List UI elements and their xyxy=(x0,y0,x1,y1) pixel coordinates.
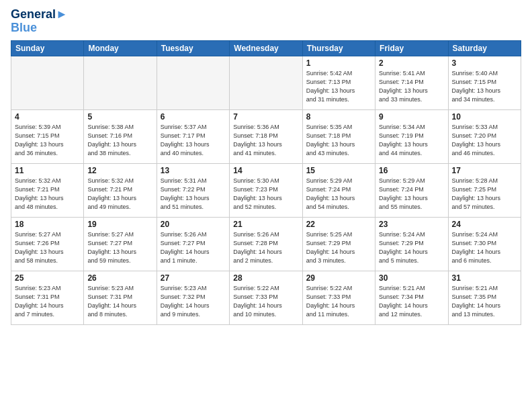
calendar-cell: 30Sunrise: 5:21 AMSunset: 7:34 PMDayligh… xyxy=(375,271,448,324)
day-number: 17 xyxy=(452,166,517,175)
day-number: 19 xyxy=(87,220,152,229)
calendar-cell: 2Sunrise: 5:41 AMSunset: 7:14 PMDaylight… xyxy=(375,56,448,109)
calendar-cell: 20Sunrise: 5:26 AMSunset: 7:27 PMDayligh… xyxy=(157,217,229,271)
calendar-cell xyxy=(230,56,302,109)
day-info: Sunrise: 5:32 AMSunset: 7:21 PMDaylight:… xyxy=(87,177,152,212)
day-info: Sunrise: 5:29 AMSunset: 7:24 PMDaylight:… xyxy=(379,177,444,212)
calendar-week-2: 4Sunrise: 5:39 AMSunset: 7:15 PMDaylight… xyxy=(11,109,521,163)
calendar-cell: 15Sunrise: 5:29 AMSunset: 7:24 PMDayligh… xyxy=(302,163,375,217)
day-info: Sunrise: 5:32 AMSunset: 7:21 PMDaylight:… xyxy=(15,177,80,212)
day-info: Sunrise: 5:22 AMSunset: 7:33 PMDaylight:… xyxy=(233,284,298,319)
calendar-cell: 18Sunrise: 5:27 AMSunset: 7:26 PMDayligh… xyxy=(11,217,84,271)
day-info: Sunrise: 5:26 AMSunset: 7:27 PMDaylight:… xyxy=(161,230,226,265)
day-number: 29 xyxy=(306,273,371,283)
calendar-cell: 7Sunrise: 5:36 AMSunset: 7:18 PMDaylight… xyxy=(230,109,302,163)
day-info: Sunrise: 5:40 AMSunset: 7:15 PMDaylight:… xyxy=(452,69,517,104)
day-number: 4 xyxy=(15,112,80,122)
calendar-cell: 25Sunrise: 5:23 AMSunset: 7:31 PMDayligh… xyxy=(11,271,84,324)
day-number: 30 xyxy=(379,273,444,283)
calendar-cell: 4Sunrise: 5:39 AMSunset: 7:15 PMDaylight… xyxy=(11,109,84,163)
calendar-cell: 14Sunrise: 5:30 AMSunset: 7:23 PMDayligh… xyxy=(230,163,302,217)
calendar-cell: 3Sunrise: 5:40 AMSunset: 7:15 PMDaylight… xyxy=(448,56,521,109)
logo: General► Blue xyxy=(11,8,68,35)
day-info: Sunrise: 5:42 AMSunset: 7:13 PMDaylight:… xyxy=(306,69,371,104)
day-number: 31 xyxy=(452,273,517,283)
calendar-cell: 11Sunrise: 5:32 AMSunset: 7:21 PMDayligh… xyxy=(11,163,84,217)
calendar-cell: 29Sunrise: 5:22 AMSunset: 7:33 PMDayligh… xyxy=(302,271,375,324)
weekday-header-row: SundayMondayTuesdayWednesdayThursdayFrid… xyxy=(11,40,521,56)
day-info: Sunrise: 5:29 AMSunset: 7:24 PMDaylight:… xyxy=(306,177,371,212)
day-number: 23 xyxy=(379,220,444,229)
weekday-friday: Friday xyxy=(375,40,448,56)
calendar-week-3: 11Sunrise: 5:32 AMSunset: 7:21 PMDayligh… xyxy=(11,163,521,217)
day-number: 15 xyxy=(306,166,371,175)
calendar-week-5: 25Sunrise: 5:23 AMSunset: 7:31 PMDayligh… xyxy=(11,271,521,324)
day-info: Sunrise: 5:27 AMSunset: 7:27 PMDaylight:… xyxy=(87,230,152,265)
logo-text: General► xyxy=(11,8,68,21)
day-info: Sunrise: 5:25 AMSunset: 7:29 PMDaylight:… xyxy=(306,230,371,265)
calendar-cell: 10Sunrise: 5:33 AMSunset: 7:20 PMDayligh… xyxy=(448,109,521,163)
day-number: 27 xyxy=(161,273,226,283)
weekday-monday: Monday xyxy=(84,40,157,56)
day-number: 3 xyxy=(452,58,517,68)
calendar-cell: 17Sunrise: 5:28 AMSunset: 7:25 PMDayligh… xyxy=(448,163,521,217)
day-number: 5 xyxy=(87,112,152,122)
day-info: Sunrise: 5:23 AMSunset: 7:31 PMDaylight:… xyxy=(87,284,152,319)
calendar-cell: 6Sunrise: 5:37 AMSunset: 7:17 PMDaylight… xyxy=(157,109,229,163)
day-info: Sunrise: 5:23 AMSunset: 7:31 PMDaylight:… xyxy=(15,284,80,319)
day-number: 24 xyxy=(452,220,517,229)
weekday-tuesday: Tuesday xyxy=(157,40,229,56)
weekday-wednesday: Wednesday xyxy=(230,40,302,56)
day-number: 2 xyxy=(379,58,444,68)
calendar-cell: 22Sunrise: 5:25 AMSunset: 7:29 PMDayligh… xyxy=(302,217,375,271)
day-number: 28 xyxy=(233,273,298,283)
day-info: Sunrise: 5:24 AMSunset: 7:30 PMDaylight:… xyxy=(452,230,517,265)
day-info: Sunrise: 5:31 AMSunset: 7:22 PMDaylight:… xyxy=(161,177,226,212)
day-info: Sunrise: 5:26 AMSunset: 7:28 PMDaylight:… xyxy=(233,230,298,265)
weekday-sunday: Sunday xyxy=(11,40,84,56)
day-info: Sunrise: 5:39 AMSunset: 7:15 PMDaylight:… xyxy=(15,123,80,158)
calendar-cell xyxy=(84,56,157,109)
day-info: Sunrise: 5:21 AMSunset: 7:34 PMDaylight:… xyxy=(379,284,444,319)
day-info: Sunrise: 5:28 AMSunset: 7:25 PMDaylight:… xyxy=(452,177,517,212)
day-info: Sunrise: 5:24 AMSunset: 7:29 PMDaylight:… xyxy=(379,230,444,265)
day-info: Sunrise: 5:30 AMSunset: 7:23 PMDaylight:… xyxy=(233,177,298,212)
day-info: Sunrise: 5:22 AMSunset: 7:33 PMDaylight:… xyxy=(306,284,371,319)
calendar-cell: 13Sunrise: 5:31 AMSunset: 7:22 PMDayligh… xyxy=(157,163,229,217)
page-header: General► Blue xyxy=(11,8,521,35)
calendar-week-1: 1Sunrise: 5:42 AMSunset: 7:13 PMDaylight… xyxy=(11,56,521,109)
calendar-cell: 8Sunrise: 5:35 AMSunset: 7:18 PMDaylight… xyxy=(302,109,375,163)
logo-subtext: Blue xyxy=(11,21,68,35)
day-number: 10 xyxy=(452,112,517,122)
calendar-cell: 19Sunrise: 5:27 AMSunset: 7:27 PMDayligh… xyxy=(84,217,157,271)
calendar-cell xyxy=(11,56,84,109)
calendar-cell: 31Sunrise: 5:21 AMSunset: 7:35 PMDayligh… xyxy=(448,271,521,324)
day-info: Sunrise: 5:27 AMSunset: 7:26 PMDaylight:… xyxy=(15,230,80,265)
weekday-thursday: Thursday xyxy=(302,40,375,56)
day-number: 6 xyxy=(161,112,226,122)
day-info: Sunrise: 5:36 AMSunset: 7:18 PMDaylight:… xyxy=(233,123,298,158)
day-number: 9 xyxy=(379,112,444,122)
day-number: 25 xyxy=(15,273,80,283)
day-number: 20 xyxy=(161,220,226,229)
day-number: 22 xyxy=(306,220,371,229)
day-number: 26 xyxy=(87,273,152,283)
calendar-week-4: 18Sunrise: 5:27 AMSunset: 7:26 PMDayligh… xyxy=(11,217,521,271)
day-number: 18 xyxy=(15,220,80,229)
weekday-saturday: Saturday xyxy=(448,40,521,56)
calendar-cell: 21Sunrise: 5:26 AMSunset: 7:28 PMDayligh… xyxy=(230,217,302,271)
day-info: Sunrise: 5:38 AMSunset: 7:16 PMDaylight:… xyxy=(87,123,152,158)
calendar-cell: 23Sunrise: 5:24 AMSunset: 7:29 PMDayligh… xyxy=(375,217,448,271)
calendar-cell: 12Sunrise: 5:32 AMSunset: 7:21 PMDayligh… xyxy=(84,163,157,217)
calendar-cell: 26Sunrise: 5:23 AMSunset: 7:31 PMDayligh… xyxy=(84,271,157,324)
day-info: Sunrise: 5:33 AMSunset: 7:20 PMDaylight:… xyxy=(452,123,517,158)
day-number: 7 xyxy=(233,112,298,122)
day-info: Sunrise: 5:41 AMSunset: 7:14 PMDaylight:… xyxy=(379,69,444,104)
day-info: Sunrise: 5:21 AMSunset: 7:35 PMDaylight:… xyxy=(452,284,517,319)
day-number: 1 xyxy=(306,58,371,68)
calendar-cell: 28Sunrise: 5:22 AMSunset: 7:33 PMDayligh… xyxy=(230,271,302,324)
day-number: 14 xyxy=(233,166,298,175)
day-number: 12 xyxy=(87,166,152,175)
calendar-cell: 24Sunrise: 5:24 AMSunset: 7:30 PMDayligh… xyxy=(448,217,521,271)
day-number: 21 xyxy=(233,220,298,229)
